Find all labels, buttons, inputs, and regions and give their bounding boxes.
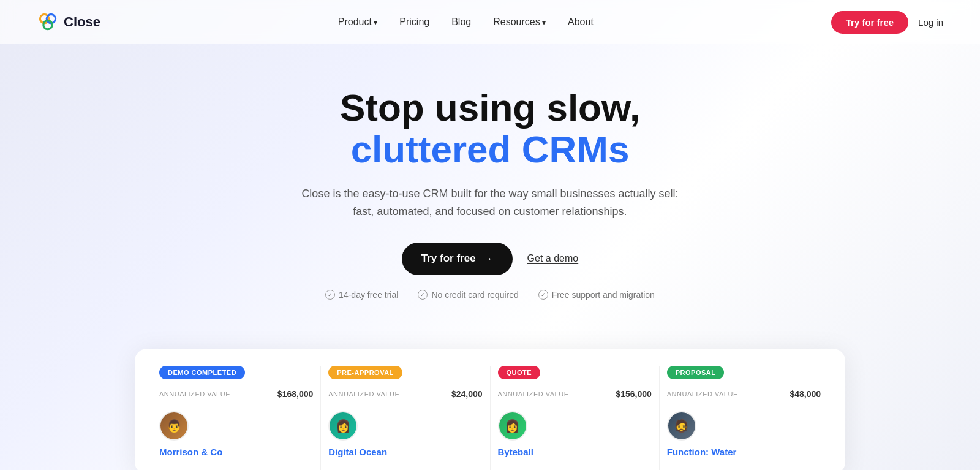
nav-right: Try for free Log in [831, 11, 943, 34]
logo-text: Close [64, 14, 100, 30]
company-name-4[interactable]: Function: Water [667, 447, 821, 457]
pipeline-col-4: PROPOSAL ANNUALIZED VALUE $48,000 🧔 Func… [660, 366, 828, 470]
avatar-row-2: 👩 [328, 411, 482, 441]
trust-badge-support: ✓ Free support and migration [538, 290, 655, 300]
pipeline-col-2: PRE-APPROVAL ANNUALIZED VALUE $24,000 👩 … [321, 366, 490, 470]
logo-link[interactable]: Close [37, 11, 100, 33]
nav-product[interactable]: Product [338, 17, 377, 27]
stage-badge-1: DEMO COMPLETED [159, 366, 245, 379]
avatar-4: 🧔 [667, 411, 696, 441]
annualized-label-1: ANNUALIZED VALUE [159, 390, 230, 398]
annualized-row-3: ANNUALIZED VALUE $156,000 [498, 389, 652, 399]
hero-headline-line2: cluttered CRMs [351, 128, 630, 170]
avatar-1: 👨 [159, 411, 189, 441]
annualized-value-1: $168,000 [277, 389, 313, 399]
annualized-row-1: ANNUALIZED VALUE $168,000 [159, 389, 313, 399]
stage-badge-2: PRE-APPROVAL [328, 366, 402, 379]
avatar-2: 👩 [328, 411, 358, 441]
annualized-label-2: ANNUALIZED VALUE [328, 390, 399, 398]
trust-badge-card: ✓ No credit card required [418, 290, 518, 300]
company-name-3[interactable]: Byteball [498, 447, 652, 457]
avatar-3: 👩 [498, 411, 527, 441]
check-icon-2: ✓ [418, 290, 428, 300]
nav-about[interactable]: About [568, 17, 594, 27]
annualized-row-4: ANNUALIZED VALUE $48,000 [667, 389, 821, 399]
hero-headline-line1: Stop using slow, [340, 86, 640, 129]
navbar: Close Product Pricing Blog Resources Abo… [0, 0, 980, 44]
pipeline-col-1: DEMO COMPLETED ANNUALIZED VALUE $168,000… [152, 366, 321, 470]
nav-resources[interactable]: Resources [493, 17, 546, 27]
hero-demo-button[interactable]: Get a demo [527, 253, 579, 264]
hero-actions: Try for free → Get a demo [12, 243, 968, 275]
check-icon-1: ✓ [325, 290, 335, 300]
logo-icon [37, 11, 59, 33]
avatar-row-3: 👩 [498, 411, 652, 441]
stage-badge-4: PROPOSAL [667, 366, 725, 379]
company-name-1[interactable]: Morrison & Co [159, 447, 313, 457]
pipeline-col-3: QUOTE ANNUALIZED VALUE $156,000 👩 Byteba… [491, 366, 660, 470]
annualized-label-4: ANNUALIZED VALUE [667, 390, 738, 398]
check-icon-3: ✓ [538, 290, 548, 300]
hero-subtext: Close is the easy-to-use CRM built for t… [294, 185, 686, 221]
avatar-row-1: 👨 [159, 411, 313, 441]
annualized-label-3: ANNUALIZED VALUE [498, 390, 569, 398]
nav-pricing[interactable]: Pricing [399, 17, 429, 27]
arrow-icon: → [482, 252, 493, 265]
pipeline-container: DEMO COMPLETED ANNUALIZED VALUE $168,000… [135, 349, 845, 470]
annualized-row-2: ANNUALIZED VALUE $24,000 [328, 389, 482, 399]
company-name-2[interactable]: Digital Ocean [328, 447, 482, 457]
annualized-value-2: $24,000 [451, 389, 483, 399]
trust-badges: ✓ 14-day free trial ✓ No credit card req… [12, 290, 968, 300]
hero-headline: Stop using slow, cluttered CRMs [12, 87, 968, 170]
nav-blog[interactable]: Blog [451, 17, 471, 27]
hero-section: Stop using slow, cluttered CRMs Close is… [0, 44, 980, 324]
annualized-value-4: $48,000 [790, 389, 821, 399]
nav-links: Product Pricing Blog Resources About [338, 17, 594, 28]
nav-try-free-button[interactable]: Try for free [831, 11, 908, 34]
hero-try-free-button[interactable]: Try for free → [402, 243, 513, 275]
annualized-value-3: $156,000 [616, 389, 651, 399]
pipeline-section: DEMO COMPLETED ANNUALIZED VALUE $168,000… [123, 349, 858, 470]
nav-login-button[interactable]: Log in [918, 17, 943, 28]
trust-badge-trial: ✓ 14-day free trial [325, 290, 398, 300]
stage-badge-3: QUOTE [498, 366, 541, 379]
avatar-row-4: 🧔 [667, 411, 821, 441]
